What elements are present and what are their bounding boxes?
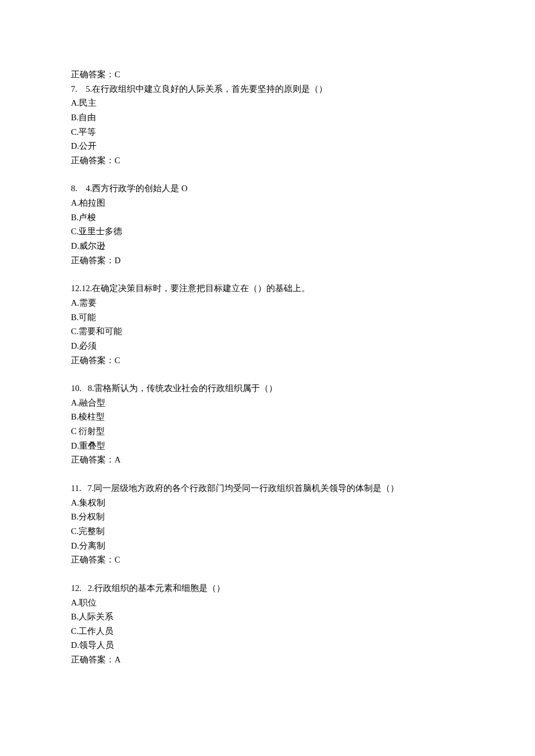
option-b: B.卢梭 — [71, 210, 535, 225]
question-text: 行政组织的基本元素和细胞是（） — [94, 583, 225, 593]
option-a: A.需要 — [71, 296, 535, 310]
question-block: 12.12.在确定决策目标时，要注意把目标建立在（）的基础上。 A.需要 B.可… — [71, 281, 535, 367]
answer-line: 正确答案：A — [71, 653, 535, 667]
option-c: C 衍射型 — [71, 424, 535, 439]
question-stem: 7. 5.在行政组织中建立良好的人际关系，首先要坚持的原则是（） — [71, 82, 535, 96]
option-b: B.自由 — [71, 110, 535, 125]
option-d: D.重叠型 — [71, 439, 535, 453]
question-subnumber: 8. — [88, 384, 94, 393]
option-a: A.集权制 — [71, 496, 535, 510]
option-b: B.人际关系 — [71, 610, 535, 624]
question-text: 在确定决策目标时，要注意把目标建立在（）的基础上。 — [92, 284, 310, 293]
option-c: C.完整制 — [71, 524, 535, 539]
answer-line: 正确答案：C — [71, 153, 535, 168]
option-a: A.职位 — [71, 596, 535, 610]
question-block: 11. 7.同一层级地方政府的各个行政部门均受同一行政组织首脑机关领导的体制是（… — [71, 481, 535, 567]
question-number: 11. — [71, 483, 81, 493]
question-subnumber: 2. — [88, 583, 94, 593]
option-a: A.民主 — [71, 96, 535, 110]
answer-line: 正确答案：D — [71, 253, 535, 268]
option-a: A.融合型 — [71, 396, 535, 410]
option-c: C.需要和可能 — [71, 324, 535, 339]
question-subnumber: 5. — [85, 84, 92, 94]
question-block: 10. 8.雷格斯认为，传统农业社会的行政组织属于（） A.融合型 B.棱柱型 … — [71, 381, 535, 467]
question-number: 10. — [71, 384, 81, 393]
question-stem: 11. 7.同一层级地方政府的各个行政部门均受同一行政组织首脑机关领导的体制是（… — [71, 481, 535, 496]
question-stem: 10. 8.雷格斯认为，传统农业社会的行政组织属于（） — [71, 381, 535, 396]
question-subnumber: 7. — [87, 483, 94, 493]
option-c: C.平等 — [71, 125, 535, 139]
option-d: D.威尔逊 — [71, 239, 535, 253]
option-d: D.领导人员 — [71, 638, 535, 653]
question-text: 同一层级地方政府的各个行政部门均受同一行政组织首脑机关领导的体制是（） — [94, 483, 399, 493]
question-block: 12. 2.行政组织的基本元素和细胞是（） A.职位 B.人际关系 C.工作人员… — [71, 581, 535, 667]
question-text: 雷格斯认为，传统农业社会的行政组织属于（） — [94, 384, 277, 393]
option-a: A.柏拉图 — [71, 196, 535, 210]
option-d: D.分离制 — [71, 539, 535, 553]
question-text: 在行政组织中建立良好的人际关系，首先要坚持的原则是（） — [92, 84, 327, 94]
question-subnumber: 4. — [85, 184, 92, 193]
option-b: B.分权制 — [71, 510, 535, 524]
option-c: C.工作人员 — [71, 624, 535, 639]
option-b: B.可能 — [71, 310, 535, 325]
option-d: D.公开 — [71, 139, 535, 153]
answer-line: 正确答案：C — [71, 353, 535, 368]
question-number: 8. — [71, 184, 77, 193]
option-b: B.棱柱型 — [71, 410, 535, 424]
question-number: 12.12. — [71, 284, 92, 293]
answer-line: 正确答案：C — [71, 553, 535, 567]
question-stem: 8. 4.西方行政学的创始人是 O — [71, 181, 535, 196]
option-c: C.亚里士多德 — [71, 224, 535, 239]
question-block: 正确答案：C 7. 5.在行政组织中建立良好的人际关系，首先要坚持的原则是（） … — [71, 67, 535, 167]
question-number: 12. — [71, 583, 81, 593]
question-stem: 12. 2.行政组织的基本元素和细胞是（） — [71, 581, 535, 596]
option-d: D.必须 — [71, 339, 535, 353]
question-text: 西方行政学的创始人是 O — [92, 184, 187, 193]
question-block: 8. 4.西方行政学的创始人是 O A.柏拉图 B.卢梭 C.亚里士多德 D.威… — [71, 181, 535, 267]
document-page: 正确答案：C 7. 5.在行政组织中建立良好的人际关系，首先要坚持的原则是（） … — [0, 0, 535, 756]
question-stem: 12.12.在确定决策目标时，要注意把目标建立在（）的基础上。 — [71, 281, 535, 296]
answer-line: 正确答案：C — [71, 67, 535, 82]
question-number: 7. — [71, 84, 77, 94]
answer-line: 正确答案：A — [71, 453, 535, 467]
